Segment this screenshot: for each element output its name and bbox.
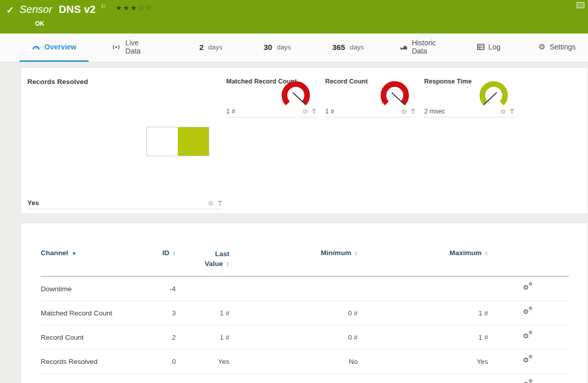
- pin-icon[interactable]: [217, 201, 222, 207]
- gear-icon: ⚙: [523, 284, 529, 291]
- tab-live-data[interactable]: Live Data: [99, 34, 158, 62]
- gauge-dial: [378, 80, 411, 111]
- tab-log[interactable]: Log: [465, 34, 513, 62]
- gear-icon[interactable]: ⚙: [302, 109, 308, 115]
- gear-icon: ⚙: [529, 379, 533, 383]
- channel-settings-button[interactable]: ⚙⚙: [523, 356, 534, 365]
- cell-minimum: [229, 276, 358, 301]
- status-check-icon: ✓: [6, 5, 14, 16]
- gauge-icon: [32, 44, 40, 51]
- boolean-chart-fill: [178, 127, 209, 156]
- channel-table: Channel▼ ID▲▼ Last Value▲▼ Minim: [41, 246, 569, 383]
- widget-value: Yes: [27, 199, 39, 207]
- boolean-mini-chart: [146, 127, 209, 156]
- gear-icon[interactable]: ⚙: [500, 109, 506, 115]
- sensor-name: DNS v2: [59, 4, 96, 15]
- gear-icon: ⚙: [529, 306, 533, 311]
- cell-channel: Downtime: [41, 276, 144, 301]
- column-header-channel[interactable]: Channel▼: [41, 246, 144, 276]
- tab-label-unit: days: [277, 43, 291, 51]
- column-header-settings: [488, 246, 569, 276]
- gauge-value: 2 msec: [424, 108, 445, 115]
- column-header-last-value[interactable]: Last Value▲▼: [176, 246, 229, 276]
- gauge-widget-matched-record-count: Matched Record Count 1 # ⚙: [226, 78, 316, 118]
- tab-label-unit: days: [350, 43, 364, 51]
- gauge-dial: [477, 80, 510, 111]
- sort-icon[interactable]: ▲▼: [485, 251, 488, 256]
- column-header-minimum[interactable]: Minimum▲▼: [229, 246, 358, 276]
- widget-title: Records Resolved: [27, 78, 222, 86]
- sort-icon[interactable]: ▲▼: [173, 251, 176, 256]
- tab-2-days[interactable]: 2 days: [187, 34, 235, 62]
- gear-icon: ⚙: [539, 42, 545, 52]
- corner-window-icon[interactable]: [577, 2, 584, 8]
- cell-last-value: 2 msec: [176, 374, 229, 383]
- gear-icon: ⚙: [529, 330, 533, 335]
- cell-channel: Response Time: [41, 374, 144, 383]
- gauge-dial: [279, 80, 312, 111]
- cell-maximum: Yes: [358, 349, 488, 374]
- sort-icon[interactable]: ▲▼: [226, 261, 229, 267]
- gauge-widget-response-time: Response Time 2 msec ⚙: [424, 78, 514, 118]
- cell-id: 2: [144, 325, 176, 349]
- channel-settings-button[interactable]: ⚙⚙: [523, 332, 534, 341]
- cell-last-value: 1 #: [176, 301, 229, 325]
- cell-id: 1: [144, 374, 176, 383]
- tab-label-number: 365: [332, 43, 345, 52]
- app-header: ✓ Sensor DNS v2 ⚐ ★★★☆☆ OK: [0, 0, 588, 34]
- gear-icon[interactable]: ⚙: [401, 109, 407, 115]
- cell-id: 3: [144, 301, 176, 325]
- channel-settings-button[interactable]: ⚙⚙: [523, 284, 534, 292]
- tab-historic-data[interactable]: Historic Data: [388, 34, 453, 62]
- sensor-title: Sensor DNS v2 ⚐: [20, 3, 106, 15]
- gear-icon: ⚙: [523, 381, 529, 383]
- cell-maximum: 1 #: [358, 325, 488, 349]
- channel-table-panel: Channel▼ ID▲▼ Last Value▲▼ Minim: [21, 223, 588, 383]
- gear-icon[interactable]: ⚙: [208, 201, 214, 207]
- widget-footer: Yes ⚙: [27, 199, 222, 209]
- gauge-value: 1 #: [226, 108, 235, 115]
- column-header-maximum[interactable]: Maximum▲▼: [358, 246, 488, 276]
- sort-icon[interactable]: ▲▼: [355, 251, 358, 256]
- tab-label: Overview: [44, 43, 76, 51]
- table-row-records-resolved: Records Resolved 0 Yes No Yes ⚙⚙: [41, 349, 569, 374]
- pin-icon[interactable]: [411, 109, 415, 115]
- overview-gauges-panel: Records Resolved Yes ⚙ Matched Record Co…: [21, 67, 588, 214]
- tab-365-days[interactable]: 365 days: [320, 34, 377, 62]
- gauge-value: 1 #: [325, 108, 334, 115]
- tab-settings[interactable]: ⚙ Settings: [526, 34, 588, 62]
- gear-icon: ⚙: [523, 357, 529, 363]
- column-header-id[interactable]: ID▲▼: [144, 246, 176, 276]
- tab-30-days[interactable]: 30 days: [251, 34, 303, 62]
- table-row-response-time: Response Time 1 2 msec 0 msec 237 msec ⚙…: [41, 374, 569, 383]
- records-resolved-widget: Records Resolved Yes ⚙: [27, 78, 222, 209]
- cell-maximum: [358, 276, 488, 301]
- widget-footer: 1 # ⚙: [325, 108, 415, 118]
- tab-overview[interactable]: Overview: [20, 34, 89, 62]
- cell-maximum: 1 #: [358, 301, 488, 325]
- tab-label-number: 2: [199, 43, 204, 52]
- pin-icon[interactable]: [510, 109, 514, 115]
- area-chart-icon: [400, 44, 408, 50]
- channel-settings-button[interactable]: ⚙⚙: [523, 308, 534, 317]
- priority-star-rating[interactable]: ★★★☆☆: [115, 4, 153, 12]
- sorted-desc-icon[interactable]: ▼: [72, 251, 76, 256]
- table-row-matched-record-count: Matched Record Count 3 1 # 0 # 1 # ⚙⚙: [41, 301, 569, 325]
- live-signal-icon: [111, 44, 121, 51]
- gear-icon: ⚙: [523, 308, 529, 315]
- cell-minimum: 0 msec: [229, 374, 358, 383]
- channel-settings-button[interactable]: ⚙⚙: [523, 380, 534, 383]
- cell-last-value: [176, 276, 229, 301]
- tab-label-unit: days: [208, 43, 222, 51]
- sensor-type-label: Sensor: [20, 4, 52, 15]
- prtg-sensor-page: ✓ Sensor DNS v2 ⚐ ★★★☆☆ OK Overview Live…: [0, 0, 588, 383]
- pin-icon[interactable]: [312, 109, 316, 115]
- flag-icon[interactable]: ⚐: [100, 3, 106, 10]
- cell-last-value: 1 #: [176, 325, 229, 349]
- tab-label: Log: [489, 43, 500, 51]
- widget-footer: 2 msec ⚙: [424, 108, 514, 118]
- cell-channel: Matched Record Count: [41, 301, 144, 325]
- tab-label: Live Data: [125, 39, 145, 55]
- cell-minimum: 0 #: [229, 325, 358, 349]
- table-row-record-count: Record Count 2 1 # 0 # 1 # ⚙⚙: [41, 325, 569, 349]
